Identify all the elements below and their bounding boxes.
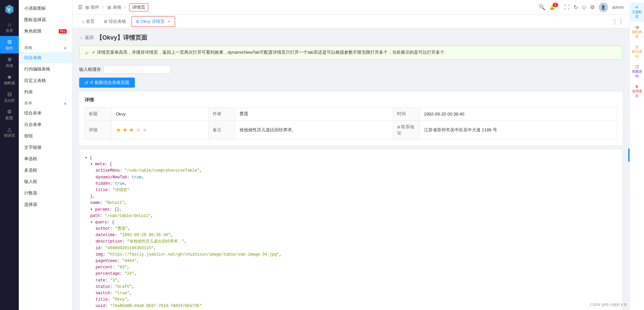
random-skin-icon: 🎲	[635, 25, 639, 29]
star-1: ★	[116, 127, 121, 133]
sidebar-item-config[interactable]: ⚙ 配置	[0, 106, 19, 123]
detail-section: 详情 标题 Okvy 作者 曹霞 时间 1992-09-20 00:36:40 …	[79, 92, 623, 145]
tab-close-button[interactable]: ✕	[167, 19, 171, 24]
sidebar2-item-step-form[interactable]: 分步表单	[19, 119, 72, 130]
sidebar2-item-input[interactable]: 输入框	[19, 176, 72, 187]
value-time: 1992-09-20 00:36:40	[420, 107, 617, 121]
sidebar2-item-text-link[interactable]: 文字链接	[19, 142, 72, 153]
code-line: id: "460000201108303115",	[85, 245, 617, 252]
svg-text:V: V	[7, 7, 11, 12]
random-skin-button[interactable]: 🎲 随机换肤	[630, 23, 644, 42]
sidebar2-item-role-perm[interactable]: 角色权限 Pro	[19, 26, 72, 37]
sidebar2-item-radio[interactable]: 单选框	[19, 153, 72, 165]
code-line: hidden: true,	[85, 181, 617, 187]
notification-bell[interactable]: 🔔3	[549, 5, 560, 10]
sidebar-item-component[interactable]: ⊞ 组件	[0, 36, 19, 53]
table-breadcrumb-icon: ⊞	[107, 5, 111, 10]
clear-theme-icon: 🗑	[635, 85, 639, 88]
sidebar2-item-button[interactable]: 按钮	[19, 130, 72, 142]
code-line: ▾ {	[85, 155, 617, 161]
diamond-icon[interactable]: ◇	[582, 4, 586, 10]
refresh-icon[interactable]: ↻	[574, 4, 578, 10]
sidebar2-item-inline-edit[interactable]: 行内编辑表格	[19, 63, 72, 75]
theme-config-button[interactable]: ⚙ 主题配置	[630, 3, 644, 22]
page-content: ← 返回 【Okvy】详情页面 ✓ ✓ 详情页菜单高亮，并缓存详情页，返回上一页…	[72, 28, 629, 310]
sidebar2-item-comprehensive-form[interactable]: 综合表单	[19, 107, 72, 119]
config-icon: ⚙	[7, 108, 12, 115]
back-arrow-icon: ←	[79, 35, 84, 40]
sidebar-item-no-column[interactable]: ⊟ 无分栏	[0, 88, 19, 106]
code-line: percent: "83",	[85, 264, 617, 271]
tab-detail[interactable]: ⊞ Okvy 详情页 ✕	[131, 16, 175, 27]
tabs-menu-icon[interactable]: ⋮⋮	[612, 18, 624, 25]
sidebar2-item-custom-table[interactable]: 目定义表格	[19, 75, 72, 86]
left-sidebar: V ⌂ 首页 ⊞ 组件 ⊕ 其他 ◈ 物料源 ⊟ 无分栏 ⚙ 配置 △ 错误页	[0, 0, 19, 310]
value-rating: ★ ★ ★ ★ ★	[112, 121, 209, 140]
star-2: ★	[122, 127, 128, 133]
sidebar2-top-section: 小清新图标 图标选择器 角色权限 Pro	[19, 0, 72, 40]
back-button[interactable]: ← 返回	[79, 35, 94, 41]
sidebar-item-material[interactable]: ◈ 物料源	[0, 71, 19, 88]
menu-toggle[interactable]: ☰	[78, 4, 83, 10]
refresh-btn-icon: ↺	[85, 80, 88, 85]
no-column-icon: ⊟	[7, 91, 12, 97]
breadcrumb-table: ⊞ 表格	[107, 4, 121, 10]
sidebar-item-other[interactable]: ⊕ 其他	[0, 53, 19, 71]
sidebar2-item-selector[interactable]: 选择器	[19, 199, 72, 210]
tab-home[interactable]: ⌂ 首页	[78, 16, 99, 27]
clear-theme-button[interactable]: 🗑 清理缓存	[630, 82, 644, 101]
code-line: ▾ meta: {	[85, 161, 617, 168]
copy-code-label: 搭建源码	[632, 69, 642, 79]
label-address: ⊞ 联系地址	[393, 121, 420, 140]
copy-code-button[interactable]: 📋 搭建源码	[630, 62, 644, 81]
star-4: ★	[136, 127, 141, 133]
sidebar-item-home[interactable]: ⌂ 首页	[0, 19, 19, 36]
sidebar2-table-section: 表格 ∧ 综合表格 行内编辑表格 目定义表格 列表 表单 ∧ 综合表单 分步表单…	[19, 40, 72, 213]
code-line: author: "曹霞",	[85, 226, 617, 232]
table-row: 评级 ★ ★ ★ ★ ★ 备注 候他候性历儿道比回经养求。 ⊞ 联系地址 江苏省…	[85, 121, 617, 140]
input-cache-row: 输入框缓存	[79, 65, 623, 74]
buy-code-button[interactable]: 🛒 购买源码	[630, 42, 644, 61]
app-logo[interactable]: V	[3, 3, 16, 16]
check-icon: ✓	[85, 50, 89, 56]
breadcrumb-detail: 详情页	[129, 3, 148, 11]
refresh-table-button[interactable]: ↺ ↺ 刷新综合表格页面	[79, 78, 135, 88]
tab-bar-right: ⋮⋮	[612, 18, 624, 25]
code-line: pageViews: "4464",	[85, 258, 617, 264]
breadcrumb-sep2: >	[124, 5, 127, 10]
pro-badge: Pro	[59, 29, 67, 34]
theme-config-label: 主题配置	[632, 10, 642, 19]
code-line: uuid: "7daBbbBB-b9a8-DE67-7614-7A8347dEe…	[85, 303, 617, 309]
cache-input[interactable]	[104, 65, 171, 74]
sidebar2-item-counter[interactable]: 计数器	[19, 187, 72, 199]
sidebar2-item-checkbox[interactable]: 多选框	[19, 165, 72, 176]
home-icon: ⌂	[8, 21, 11, 28]
sidebar2-item-comprehensive-table[interactable]: 综合表格	[19, 52, 72, 63]
section-title: 详情	[85, 97, 617, 103]
sidebar-item-error[interactable]: △ 错误页	[0, 123, 19, 141]
settings-icon[interactable]: ⚙	[590, 4, 595, 10]
sidebar2-item-icon-selector[interactable]: 图标选择器	[19, 14, 72, 26]
other-icon: ⊕	[7, 56, 12, 62]
table-row: 标题 Okvy 作者 曹霞 时间 1992-09-20 00:36:40	[85, 107, 617, 121]
code-line: name: "Detail",	[85, 200, 617, 206]
code-line: path: "/vab/table/detail",	[85, 213, 617, 219]
username[interactable]: admin	[612, 5, 624, 10]
code-line: title: "详情页"	[85, 187, 617, 193]
label-author: 作者	[209, 107, 235, 121]
code-line: dynamicNewTab: true,	[85, 174, 617, 181]
sidebar2-item-list[interactable]: 列表	[19, 86, 72, 98]
material-icon: ◈	[7, 74, 11, 80]
sidebar2-item-clear-icon[interactable]: 小清新图标	[19, 3, 72, 14]
error-icon: △	[7, 126, 11, 132]
sidebar2-form-header: 表单 ∧	[19, 98, 72, 107]
code-line: img: "https://fastly.jsdelivr.net/gh/chu…	[85, 252, 617, 258]
tab-comprehensive[interactable]: ⊞ 综合表格	[100, 16, 130, 27]
avatar[interactable]: 👤	[599, 3, 608, 12]
drag-handle[interactable]	[628, 148, 630, 162]
search-icon[interactable]: 🔍	[539, 4, 545, 10]
fullscreen-icon[interactable]: ⛶	[564, 4, 570, 10]
code-line: datetime: "1992-09-20 00:36:40",	[85, 232, 617, 238]
value-title: Okvy	[112, 107, 209, 121]
buy-code-icon: 🛒	[635, 45, 639, 49]
